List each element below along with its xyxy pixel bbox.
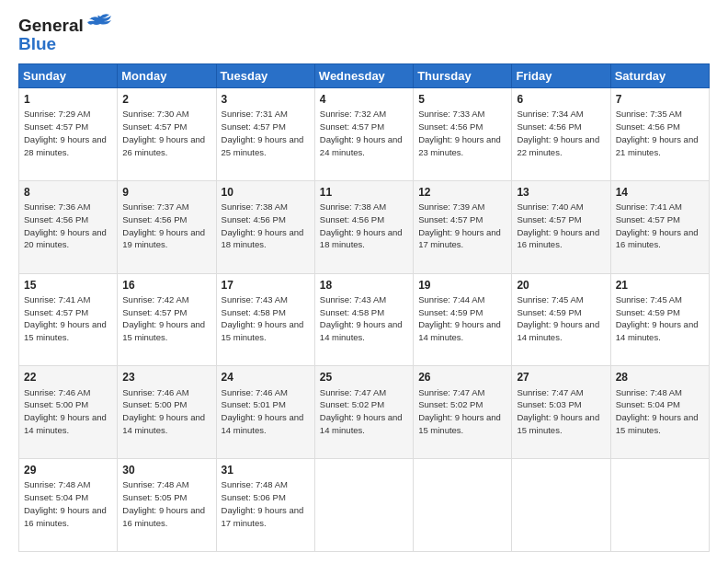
calendar-week-1: 1Sunrise: 7:29 AMSunset: 4:57 PMDaylight…: [19, 87, 710, 180]
calendar-day-8: 8Sunrise: 7:36 AMSunset: 4:56 PMDaylight…: [19, 180, 118, 273]
day-number: 18: [320, 278, 408, 293]
calendar-day-20: 20Sunrise: 7:45 AMSunset: 4:59 PMDayligh…: [512, 273, 610, 366]
day-info: Sunrise: 7:33 AMSunset: 4:56 PMDaylight:…: [418, 109, 501, 156]
day-info: Sunrise: 7:48 AMSunset: 5:06 PMDaylight:…: [222, 479, 304, 527]
day-number: 10: [222, 185, 310, 200]
logo-general: General: [18, 16, 84, 35]
page: General Blue SundayMondayTuesdayWednesda…: [0, 0, 728, 563]
calendar-day-29: 29Sunrise: 7:48 AMSunset: 5:04 PMDayligh…: [19, 459, 118, 552]
day-number: 16: [122, 278, 210, 293]
day-info: Sunrise: 7:41 AMSunset: 4:57 PMDaylight:…: [616, 201, 699, 249]
day-number: 30: [122, 463, 210, 477]
day-info: Sunrise: 7:47 AMSunset: 5:02 PMDaylight:…: [418, 387, 501, 435]
calendar-day-23: 23Sunrise: 7:46 AMSunset: 5:00 PMDayligh…: [118, 366, 216, 459]
day-info: Sunrise: 7:45 AMSunset: 4:59 PMDaylight:…: [517, 294, 599, 342]
day-number: 17: [222, 278, 310, 293]
day-info: Sunrise: 7:35 AMSunset: 4:56 PMDaylight:…: [616, 109, 699, 156]
day-info: Sunrise: 7:42 AMSunset: 4:57 PMDaylight:…: [122, 294, 205, 342]
calendar-week-2: 8Sunrise: 7:36 AMSunset: 4:56 PMDaylight…: [19, 180, 710, 273]
weekday-header-tuesday: Tuesday: [216, 63, 314, 87]
empty-cell: [414, 459, 512, 552]
weekday-header-saturday: Saturday: [610, 63, 709, 87]
empty-cell: [512, 459, 610, 552]
day-info: Sunrise: 7:48 AMSunset: 5:04 PMDaylight:…: [616, 387, 699, 435]
day-info: Sunrise: 7:29 AMSunset: 4:57 PMDaylight:…: [24, 109, 107, 156]
day-number: 3: [222, 92, 310, 107]
weekday-header-monday: Monday: [118, 63, 216, 87]
calendar-day-26: 26Sunrise: 7:47 AMSunset: 5:02 PMDayligh…: [414, 366, 512, 459]
calendar-day-31: 31Sunrise: 7:48 AMSunset: 5:06 PMDayligh…: [216, 459, 314, 552]
calendar-day-12: 12Sunrise: 7:39 AMSunset: 4:57 PMDayligh…: [414, 180, 512, 273]
weekday-header-friday: Friday: [512, 63, 610, 87]
day-number: 6: [517, 92, 605, 107]
day-number: 8: [24, 185, 112, 200]
weekday-header-wednesday: Wednesday: [314, 63, 413, 87]
day-info: Sunrise: 7:38 AMSunset: 4:56 PMDaylight:…: [320, 201, 403, 249]
calendar-week-5: 29Sunrise: 7:48 AMSunset: 5:04 PMDayligh…: [19, 459, 710, 552]
day-info: Sunrise: 7:39 AMSunset: 4:57 PMDaylight:…: [418, 201, 501, 249]
day-info: Sunrise: 7:34 AMSunset: 4:56 PMDaylight:…: [517, 109, 599, 156]
calendar-day-30: 30Sunrise: 7:48 AMSunset: 5:05 PMDayligh…: [118, 459, 216, 552]
day-number: 14: [616, 185, 704, 200]
calendar-day-16: 16Sunrise: 7:42 AMSunset: 4:57 PMDayligh…: [118, 273, 216, 366]
calendar-day-1: 1Sunrise: 7:29 AMSunset: 4:57 PMDaylight…: [19, 87, 118, 180]
day-number: 23: [122, 370, 210, 385]
calendar-day-14: 14Sunrise: 7:41 AMSunset: 4:57 PMDayligh…: [610, 180, 709, 273]
empty-cell: [610, 459, 709, 552]
day-number: 25: [320, 370, 408, 385]
day-number: 13: [517, 185, 605, 200]
calendar-day-13: 13Sunrise: 7:40 AMSunset: 4:57 PMDayligh…: [512, 180, 610, 273]
calendar-day-5: 5Sunrise: 7:33 AMSunset: 4:56 PMDaylight…: [414, 87, 512, 180]
day-number: 4: [320, 92, 408, 107]
calendar-day-11: 11Sunrise: 7:38 AMSunset: 4:56 PMDayligh…: [314, 180, 413, 273]
calendar-week-4: 22Sunrise: 7:46 AMSunset: 5:00 PMDayligh…: [19, 366, 710, 459]
day-info: Sunrise: 7:43 AMSunset: 4:58 PMDaylight:…: [320, 294, 403, 342]
logo-bird-icon: [87, 13, 113, 31]
day-info: Sunrise: 7:46 AMSunset: 5:00 PMDaylight:…: [24, 387, 107, 435]
day-number: 11: [320, 185, 408, 200]
calendar-day-15: 15Sunrise: 7:41 AMSunset: 4:57 PMDayligh…: [19, 273, 118, 366]
day-number: 15: [24, 278, 112, 293]
day-number: 26: [418, 370, 506, 385]
day-number: 28: [616, 370, 704, 385]
day-info: Sunrise: 7:38 AMSunset: 4:56 PMDaylight:…: [222, 201, 304, 249]
day-info: Sunrise: 7:44 AMSunset: 4:59 PMDaylight:…: [418, 294, 501, 342]
calendar-day-10: 10Sunrise: 7:38 AMSunset: 4:56 PMDayligh…: [216, 180, 314, 273]
day-number: 24: [222, 370, 310, 385]
calendar-day-22: 22Sunrise: 7:46 AMSunset: 5:00 PMDayligh…: [19, 366, 118, 459]
day-info: Sunrise: 7:47 AMSunset: 5:02 PMDaylight:…: [320, 387, 403, 435]
day-info: Sunrise: 7:43 AMSunset: 4:58 PMDaylight:…: [222, 294, 304, 342]
day-number: 31: [222, 463, 310, 477]
day-number: 21: [616, 278, 704, 293]
calendar-day-19: 19Sunrise: 7:44 AMSunset: 4:59 PMDayligh…: [414, 273, 512, 366]
header: General Blue: [18, 17, 710, 54]
day-number: 20: [517, 278, 605, 293]
day-info: Sunrise: 7:48 AMSunset: 5:05 PMDaylight:…: [122, 479, 205, 527]
day-number: 5: [418, 92, 506, 107]
empty-cell: [314, 459, 413, 552]
day-info: Sunrise: 7:40 AMSunset: 4:57 PMDaylight:…: [517, 201, 599, 249]
day-info: Sunrise: 7:32 AMSunset: 4:57 PMDaylight:…: [320, 109, 403, 156]
calendar-day-6: 6Sunrise: 7:34 AMSunset: 4:56 PMDaylight…: [512, 87, 610, 180]
calendar-day-27: 27Sunrise: 7:47 AMSunset: 5:03 PMDayligh…: [512, 366, 610, 459]
day-number: 12: [418, 185, 506, 200]
calendar-day-21: 21Sunrise: 7:45 AMSunset: 4:59 PMDayligh…: [610, 273, 709, 366]
calendar-day-9: 9Sunrise: 7:37 AMSunset: 4:56 PMDaylight…: [118, 180, 216, 273]
logo-blue: Blue: [18, 34, 56, 54]
day-info: Sunrise: 7:36 AMSunset: 4:56 PMDaylight:…: [24, 201, 107, 249]
calendar-day-3: 3Sunrise: 7:31 AMSunset: 4:57 PMDaylight…: [216, 87, 314, 180]
calendar-day-25: 25Sunrise: 7:47 AMSunset: 5:02 PMDayligh…: [314, 366, 413, 459]
weekday-header-thursday: Thursday: [414, 63, 512, 87]
calendar-day-18: 18Sunrise: 7:43 AMSunset: 4:58 PMDayligh…: [314, 273, 413, 366]
day-number: 19: [418, 278, 506, 293]
day-info: Sunrise: 7:45 AMSunset: 4:59 PMDaylight:…: [616, 294, 699, 342]
day-info: Sunrise: 7:41 AMSunset: 4:57 PMDaylight:…: [24, 294, 107, 342]
calendar-day-4: 4Sunrise: 7:32 AMSunset: 4:57 PMDaylight…: [314, 87, 413, 180]
day-number: 9: [122, 185, 210, 200]
day-info: Sunrise: 7:46 AMSunset: 5:00 PMDaylight:…: [122, 387, 205, 435]
day-number: 29: [24, 463, 112, 477]
calendar-week-3: 15Sunrise: 7:41 AMSunset: 4:57 PMDayligh…: [19, 273, 710, 366]
day-info: Sunrise: 7:31 AMSunset: 4:57 PMDaylight:…: [222, 109, 304, 156]
calendar-day-7: 7Sunrise: 7:35 AMSunset: 4:56 PMDaylight…: [610, 87, 709, 180]
day-number: 22: [24, 370, 112, 385]
